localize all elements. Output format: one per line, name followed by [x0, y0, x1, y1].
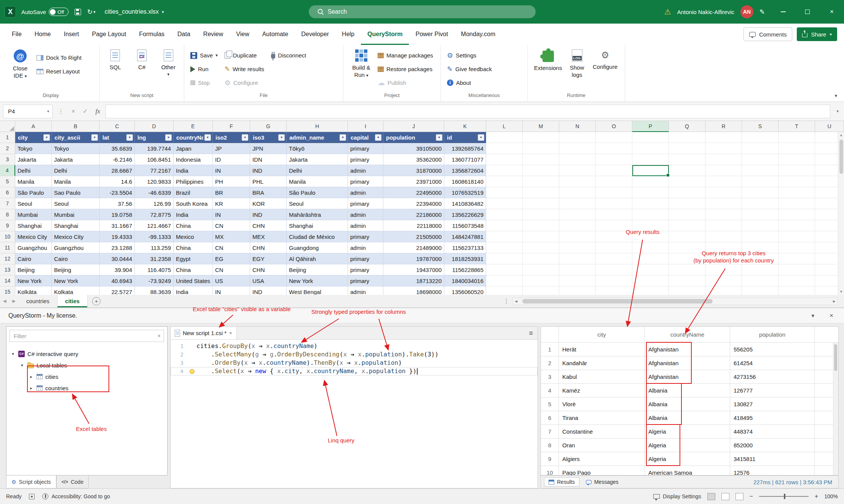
grid-cell[interactable]: Sao Paulo: [52, 187, 100, 198]
filter-icon[interactable]: ▼: [126, 134, 133, 141]
grid-cell[interactable]: [742, 286, 779, 295]
grid-cell[interactable]: 1484247881: [444, 231, 486, 242]
macro-record-icon[interactable]: [29, 494, 35, 499]
settings-button[interactable]: ⚙ Settings: [447, 50, 492, 60]
new-other-script-button[interactable]: Other ▾: [156, 48, 181, 78]
grid-cell[interactable]: [669, 242, 705, 253]
column-header-L[interactable]: L: [486, 121, 523, 132]
results-cell[interactable]: Pago Pago: [559, 466, 645, 475]
horizontal-scrollbar[interactable]: ◀ ▶: [512, 297, 838, 305]
grid-cell[interactable]: [596, 220, 632, 231]
grid-cell[interactable]: [705, 275, 742, 286]
grid-cell[interactable]: IDN: [250, 154, 287, 165]
grid-cell[interactable]: Mexico City: [15, 231, 52, 242]
grid-cell[interactable]: BR: [213, 187, 250, 198]
results-row-number[interactable]: 10: [541, 466, 559, 475]
column-header-G[interactable]: G: [250, 121, 287, 132]
grid-cell[interactable]: [523, 220, 559, 231]
run-button[interactable]: Run: [190, 64, 218, 74]
sheet-nav-right-icon[interactable]: ▶: [9, 299, 18, 304]
code-line[interactable]: 2 .SelectMany(g ⇒ g.OrderByDescending(x …: [171, 350, 538, 359]
grid-cell[interactable]: [523, 275, 559, 286]
grid-cell[interactable]: Brazil: [174, 187, 213, 198]
grid-cell[interactable]: [486, 286, 523, 295]
results-cell[interactable]: 852000: [730, 439, 815, 452]
grid-cell[interactable]: [523, 154, 559, 165]
ribbon-tab-developer[interactable]: Developer: [295, 24, 335, 45]
column-header-R[interactable]: R: [705, 121, 742, 132]
grid-cell[interactable]: [486, 165, 523, 176]
grid-cell[interactable]: [559, 242, 596, 253]
grid-cell[interactable]: [705, 264, 742, 275]
column-header-H[interactable]: H: [287, 121, 348, 132]
minimize-button[interactable]: [771, 0, 795, 24]
scroll-up-icon[interactable]: ▲: [839, 132, 843, 138]
grid-cell[interactable]: 22394000: [383, 198, 444, 209]
grid-cell[interactable]: [523, 132, 559, 143]
results-cell[interactable]: Afghanistan: [645, 370, 730, 384]
scroll-left-icon[interactable]: ◀: [513, 299, 519, 303]
grid-cell[interactable]: [486, 198, 523, 209]
ribbon-tab-view[interactable]: View: [230, 24, 255, 45]
grid-cell[interactable]: [705, 154, 742, 165]
tree-item-countries[interactable]: ▸countries: [6, 382, 167, 394]
grid-cell[interactable]: [596, 187, 632, 198]
grid-cell[interactable]: [559, 209, 596, 220]
grid-cell[interactable]: primary: [348, 198, 383, 209]
column-header-Q[interactable]: Q: [669, 121, 705, 132]
grid-cell[interactable]: [742, 242, 779, 253]
ribbon-tab-automate[interactable]: Automate: [256, 24, 295, 45]
zoom-level[interactable]: 100%: [824, 493, 838, 499]
grid-cell[interactable]: [705, 198, 742, 209]
grid-cell[interactable]: Kolkāta: [15, 286, 52, 295]
table-header-cell[interactable]: lat▼: [100, 132, 135, 143]
grid-cell[interactable]: São Paulo: [287, 187, 348, 198]
grid-cell[interactable]: [632, 165, 669, 176]
filter-icon[interactable]: ▼: [340, 134, 346, 141]
grid-cell[interactable]: 22118000: [383, 220, 444, 231]
grid-cell[interactable]: IND: [250, 209, 287, 220]
filter-icon[interactable]: ▼: [375, 134, 381, 141]
results-cell[interactable]: Herāt: [559, 343, 645, 356]
grid-cell[interactable]: [486, 132, 523, 143]
results-column-header[interactable]: population: [730, 327, 815, 343]
grid-cell[interactable]: [669, 198, 705, 209]
grid-cell[interactable]: [486, 220, 523, 231]
grid-cell[interactable]: Beijing: [52, 264, 100, 275]
expander-icon[interactable]: ▾: [19, 363, 25, 368]
grid-cell[interactable]: New York: [15, 275, 52, 286]
tab-messages[interactable]: Messages: [582, 478, 623, 486]
grid-cell[interactable]: [486, 143, 523, 154]
grid-cell[interactable]: 30.0444: [100, 253, 135, 264]
grid-cell[interactable]: [669, 187, 705, 198]
grid-cell[interactable]: [523, 176, 559, 187]
grid-cell[interactable]: [705, 286, 742, 295]
zoom-slider[interactable]: [759, 496, 809, 497]
grid-cell[interactable]: [705, 187, 742, 198]
grid-cell[interactable]: MX: [213, 231, 250, 242]
grid-cell[interactable]: Shanghai: [52, 220, 100, 231]
page-break-view-button[interactable]: [736, 493, 743, 500]
grid-cell[interactable]: Delhi: [15, 165, 52, 176]
new-sql-script-button[interactable]: SQL: [103, 48, 128, 71]
filter-icon[interactable]: ▼: [278, 134, 285, 141]
grid-cell[interactable]: ID: [213, 154, 250, 165]
filter-icon[interactable]: ▼: [478, 134, 484, 141]
grid-cell[interactable]: -6.2146: [100, 154, 135, 165]
grid-cell[interactable]: Ciudad de México: [287, 231, 348, 242]
row-header-5[interactable]: 5: [0, 176, 15, 187]
grid-cell[interactable]: [632, 220, 669, 231]
grid-cell[interactable]: 116.4075: [135, 264, 174, 275]
sheet-nav-left-icon[interactable]: ◀: [0, 299, 9, 304]
grid-cell[interactable]: India: [174, 165, 213, 176]
results-cell[interactable]: 614254: [730, 356, 815, 370]
grid-cell[interactable]: 19.4333: [100, 231, 135, 242]
grid-cell[interactable]: [559, 176, 596, 187]
results-cell[interactable]: 126777: [730, 384, 815, 397]
ribbon-tab-review[interactable]: Review: [197, 24, 230, 45]
grid-cell[interactable]: [559, 154, 596, 165]
tree-item-c-interactive-query[interactable]: ▾C#C# interactive query: [6, 348, 167, 359]
grid-cell[interactable]: IND: [250, 286, 287, 295]
grid-cell[interactable]: [523, 231, 559, 242]
grid-cell[interactable]: Mexico: [174, 231, 213, 242]
